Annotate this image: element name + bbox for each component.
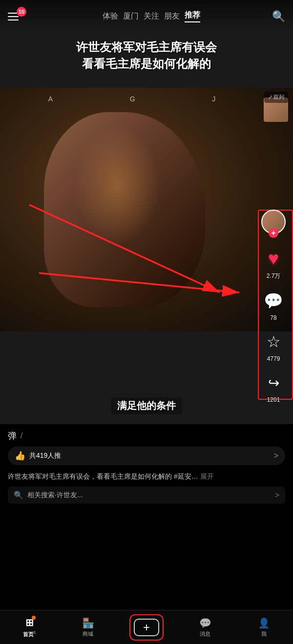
video-title-line1: 许世友将军对毛主席有误会 xyxy=(76,40,217,54)
share-count: 1201 xyxy=(267,396,280,403)
nav-shop[interactable]: 🏪 商城 xyxy=(59,617,117,638)
danmaku-row: 弹 / xyxy=(8,430,285,442)
nav-tabs: 体验 厦门 关注 朋友 推荐 xyxy=(30,10,272,22)
home-icon-wrap: ⊞ xyxy=(25,617,34,628)
tab-xiamen[interactable]: 厦门 xyxy=(123,11,139,21)
danmaku-icon: 弹 xyxy=(8,430,17,442)
create-button-container: + xyxy=(117,619,176,636)
notification-badge[interactable]: 10 xyxy=(17,7,26,17)
subtitle-text: 满足他的条件 xyxy=(111,397,182,414)
bottom-navigation: ⊞ 首页± 🏪 商城 + 💬 消息 👤 我 xyxy=(0,610,293,644)
bottom-content-area: 弹 / 👍 共419人推 > 许世友将军对毛主席有误会，看看毛主席是如何化解的 … xyxy=(0,424,293,517)
star-icon: ☆ xyxy=(267,332,281,351)
recommend-arrow-icon: > xyxy=(274,451,278,460)
nav-home[interactable]: ⊞ 首页± xyxy=(0,617,59,638)
video-container[interactable]: 许世友将军对毛主席有误会 看看毛主席是如何化解的 A G J ⤢ 双列 满足他的… xyxy=(0,0,293,424)
video-frame[interactable] xyxy=(0,88,293,332)
follow-plus-icon: + xyxy=(269,228,278,238)
video-title: 许世友将军对毛主席有误会 看看毛主席是如何化解的 xyxy=(10,39,283,72)
thumbs-up-icon: 👍 xyxy=(15,450,25,461)
profile-label: 我 xyxy=(261,630,267,638)
video-subtitle: 满足他的条件 xyxy=(0,397,293,414)
top-navigation: 10 体验 厦门 关注 朋友 推荐 🔍 xyxy=(0,0,293,33)
face-highlight xyxy=(73,124,161,246)
like-action[interactable]: ♥ 2.7万 xyxy=(262,247,285,280)
video-title-overlay: 许世友将军对毛主席有误会 看看毛主席是如何化解的 xyxy=(0,39,293,72)
nav-left-group: 10 xyxy=(8,12,30,21)
home-label: 首页± xyxy=(23,630,36,638)
search-row-text: 相关搜索·许世友... xyxy=(27,491,275,500)
description-text: 许世友将军对毛主席有误会，看看毛主席是如何化解的 #延安… xyxy=(8,472,198,480)
video-description: 许世友将军对毛主席有误会，看看毛主席是如何化解的 #延安… 展开 xyxy=(8,471,285,482)
home-notification-dot xyxy=(32,616,36,620)
nav-profile[interactable]: 👤 我 xyxy=(234,617,293,638)
chapter-g: G xyxy=(130,95,135,103)
related-search-row[interactable]: 🔍 相关搜索·许世友... > xyxy=(8,487,285,504)
comment-count: 78 xyxy=(270,314,276,321)
expand-icon: ⤢ xyxy=(268,94,272,100)
shop-label: 商城 xyxy=(83,630,93,638)
create-button[interactable]: + xyxy=(134,619,159,636)
video-bg-gradient xyxy=(0,88,293,332)
chapter-a: A xyxy=(48,95,53,103)
home-sub: ± xyxy=(34,630,36,635)
share-icon-container: ↪ xyxy=(262,371,285,394)
star-icon-container: ☆ xyxy=(262,330,285,353)
video-chapter-labels: A G J xyxy=(0,95,264,103)
right-action-sidebar: + ♥ 2.7万 💬 78 ☆ 4779 ↪ xyxy=(259,210,293,403)
like-icon-container: ♥ xyxy=(262,247,285,270)
recommend-text: 共419人推 xyxy=(29,451,274,460)
message-icon: 💬 xyxy=(199,617,211,629)
comment-icon-container: 💬 xyxy=(262,289,285,312)
search-icon[interactable]: 🔍 xyxy=(272,10,285,23)
video-title-line2: 看看毛主席是如何化解的 xyxy=(82,57,211,70)
tab-recommend[interactable]: 推荐 xyxy=(185,10,200,22)
search-row-arrow: > xyxy=(275,491,279,500)
plus-icon: + xyxy=(143,621,150,634)
share-arrow-icon: ↪ xyxy=(268,375,279,391)
tab-experience[interactable]: 体验 xyxy=(103,11,118,21)
expand-label: 双列 xyxy=(273,94,284,101)
comment-bubble-icon: 💬 xyxy=(264,292,283,310)
danmaku-slash: / xyxy=(21,431,22,440)
collect-action[interactable]: ☆ 4779 xyxy=(262,330,285,362)
follow-avatar-action[interactable]: + xyxy=(261,210,286,238)
expand-layout-button[interactable]: ⤢ 双列 xyxy=(264,92,288,103)
avatar-container: + xyxy=(261,210,286,234)
search-row-icon: 🔍 xyxy=(14,490,23,500)
expand-description-button[interactable]: 展开 xyxy=(200,472,214,480)
profile-icon: 👤 xyxy=(258,617,270,629)
home-label-text: 首页 xyxy=(23,631,34,637)
recommend-row[interactable]: 👍 共419人推 > xyxy=(8,447,285,465)
collect-count: 4779 xyxy=(267,355,280,362)
tab-follow[interactable]: 关注 xyxy=(144,11,159,21)
like-count: 2.7万 xyxy=(267,272,281,280)
shop-icon: 🏪 xyxy=(82,617,94,629)
tab-friends[interactable]: 朋友 xyxy=(164,11,180,21)
nav-messages[interactable]: 💬 消息 xyxy=(176,617,234,638)
message-label: 消息 xyxy=(200,630,210,638)
chapter-j: J xyxy=(212,95,215,103)
heart-icon: ♥ xyxy=(268,248,279,269)
comment-action[interactable]: 💬 78 xyxy=(262,289,285,321)
share-action[interactable]: ↪ 1201 xyxy=(262,371,285,403)
